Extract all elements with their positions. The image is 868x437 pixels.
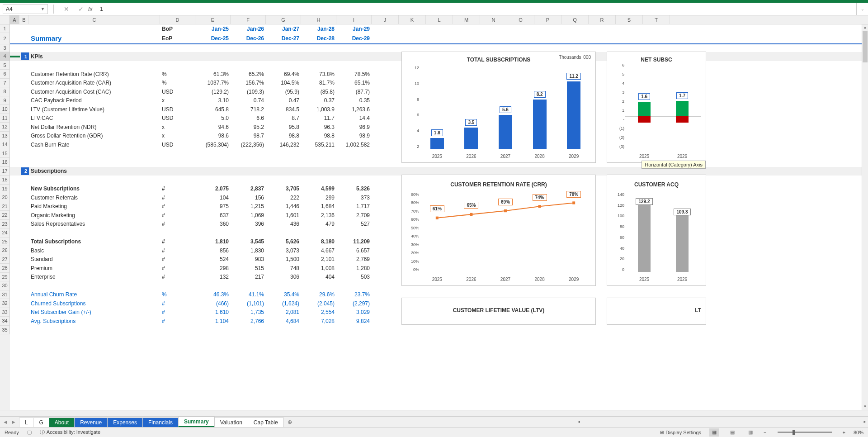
metric-value[interactable]: 94.6 — [195, 124, 231, 130]
metric-value[interactable]: 1,003.9 — [301, 106, 336, 113]
metric-value[interactable]: 146,232 — [266, 142, 301, 148]
metric-value[interactable]: 14.4 — [336, 115, 372, 121]
metric-unit[interactable]: % — [160, 80, 195, 86]
metric-value[interactable]: 3,705 — [266, 185, 301, 192]
metric-label[interactable]: Customer Acquisition Rate (CAR) — [29, 80, 160, 86]
metric-label[interactable]: Gross Dollar Retention (GDR) — [29, 133, 160, 139]
metric-value[interactable]: 35.4% — [266, 291, 301, 298]
metric-value[interactable]: (466) — [195, 300, 231, 307]
metric-value[interactable]: 983 — [231, 256, 266, 262]
bar[interactable] — [430, 138, 444, 149]
col-header-F[interactable]: F — [231, 15, 266, 24]
bar[interactable] — [567, 81, 580, 149]
bar-neg[interactable] — [676, 116, 689, 123]
chart-total-subscriptions[interactable]: Thousands '000 TOTAL SUBSCRIPTIONS 12108… — [401, 52, 596, 163]
sheet-tab-g[interactable]: G — [33, 418, 49, 427]
metric-value[interactable]: 527 — [336, 221, 372, 227]
row-header-12[interactable]: 12 — [0, 123, 10, 132]
metric-value[interactable]: 2,769 — [336, 256, 372, 262]
cells-area[interactable]: BoPJan-25Jan-26Jan-27Jan-28Jan-29Summary… — [10, 24, 862, 410]
metric-value[interactable]: 535,211 — [301, 142, 336, 148]
metric-value[interactable]: 1,735 — [231, 309, 266, 315]
vscroll-thumb[interactable] — [863, 31, 868, 62]
formula-input[interactable]: 1 — [97, 6, 856, 12]
metric-value[interactable]: 8.7 — [266, 115, 301, 121]
metric-label[interactable]: CAC Payback Period — [29, 97, 160, 104]
metric-value[interactable]: 299 — [301, 195, 336, 201]
metric-value[interactable]: (2,297) — [336, 300, 372, 307]
metric-value[interactable]: 1,104 — [195, 318, 231, 324]
tab-nav[interactable]: ◄ ► — [0, 417, 19, 427]
metric-value[interactable]: 0.37 — [301, 97, 336, 104]
metric-unit[interactable]: # — [160, 274, 195, 280]
metric-value[interactable]: 748 — [266, 265, 301, 271]
metric-label[interactable]: New Subscriptions — [29, 185, 160, 192]
col-header-A[interactable]: A — [10, 15, 19, 24]
period-end-3[interactable]: Dec-28 — [301, 35, 336, 42]
row-header-16[interactable]: 16 — [0, 158, 10, 167]
col-header-S[interactable]: S — [616, 15, 643, 24]
row-header-26[interactable]: 26 — [0, 246, 10, 255]
row-header-6[interactable]: 6 — [0, 70, 10, 79]
metric-value[interactable]: 6,657 — [336, 247, 372, 254]
period-end-1[interactable]: Dec-26 — [231, 35, 266, 42]
add-sheet-button[interactable]: ⊕ — [283, 417, 296, 427]
row-header-28[interactable]: 28 — [0, 264, 10, 273]
col-header-K[interactable]: K — [399, 15, 426, 24]
metric-unit[interactable]: # — [160, 309, 195, 315]
metric-value[interactable]: 81.7% — [301, 80, 336, 86]
col-header-D[interactable]: D — [160, 15, 195, 24]
bar[interactable] — [638, 102, 651, 116]
chart-net-subscriptions[interactable]: NET SUBSC 654321-(1)(2)(3) 1.61.7 202520… — [607, 52, 706, 163]
metric-value[interactable]: 1,280 — [336, 265, 372, 271]
metric-unit[interactable]: USD — [160, 115, 195, 121]
row-header-11[interactable]: 11 — [0, 114, 10, 123]
formula-expand-icon[interactable]: ⌄ — [856, 3, 868, 15]
metric-value[interactable]: 2,554 — [301, 309, 336, 315]
metric-label[interactable]: Avg. Subscriptions — [29, 318, 160, 324]
sheet-tab-revenue[interactable]: Revenue — [74, 418, 108, 427]
row-header-9[interactable]: 9 — [0, 96, 10, 105]
metric-label[interactable]: Churned Subscriptions — [29, 300, 160, 307]
metric-value[interactable]: 156.7% — [231, 80, 266, 86]
metric-label[interactable]: Paid Marketing — [29, 203, 160, 209]
metric-value[interactable]: (222,356) — [231, 142, 266, 148]
metric-value[interactable]: 23.7% — [336, 291, 372, 298]
metric-value[interactable]: 104.5% — [266, 80, 301, 86]
metric-label[interactable]: Sales Representatives — [29, 221, 160, 227]
metric-label[interactable]: Cash Burn Rate — [29, 142, 160, 148]
period-start-0[interactable]: Jan-25 — [195, 26, 231, 32]
col-header-E[interactable]: E — [195, 15, 231, 24]
row-header-33[interactable]: 33 — [0, 308, 10, 317]
row-header-20[interactable]: 20 — [0, 193, 10, 202]
row-header-34[interactable]: 34 — [0, 317, 10, 326]
metric-value[interactable]: 718.2 — [231, 106, 266, 113]
check-icon[interactable]: ✓ — [78, 5, 84, 13]
row-header-31[interactable]: 31 — [0, 290, 10, 299]
zoom-slider[interactable] — [778, 432, 832, 433]
metric-value[interactable]: 0.35 — [336, 97, 372, 104]
metric-label[interactable]: Total Subscriptions — [29, 238, 160, 245]
metric-value[interactable]: 1,446 — [266, 203, 301, 209]
metric-unit[interactable]: x — [160, 133, 195, 139]
metric-label[interactable]: Standard — [29, 256, 160, 262]
metric-value[interactable]: 1,002,582 — [336, 142, 372, 148]
metric-value[interactable]: 1,008 — [301, 265, 336, 271]
metric-unit[interactable]: # — [160, 238, 195, 245]
metric-unit[interactable]: # — [160, 300, 195, 307]
col-header-C[interactable]: C — [29, 15, 160, 24]
chart-lt[interactable]: LT — [607, 298, 706, 325]
cancel-icon[interactable]: ✕ — [64, 5, 69, 13]
col-header-L[interactable]: L — [426, 15, 453, 24]
bar[interactable] — [638, 205, 651, 272]
scroll-down-icon[interactable]: ▼ — [862, 404, 868, 410]
metric-value[interactable]: 1,830 — [231, 247, 266, 254]
metric-value[interactable]: (129.2) — [195, 89, 231, 95]
metric-unit[interactable]: x — [160, 97, 195, 104]
metric-value[interactable]: 156 — [231, 195, 266, 201]
metric-value[interactable]: 95.8 — [266, 124, 301, 130]
bar[interactable] — [499, 115, 512, 149]
metric-value[interactable]: 856 — [195, 247, 231, 254]
metric-value[interactable]: 3.10 — [195, 97, 231, 104]
period-end-0[interactable]: Dec-25 — [195, 35, 231, 42]
